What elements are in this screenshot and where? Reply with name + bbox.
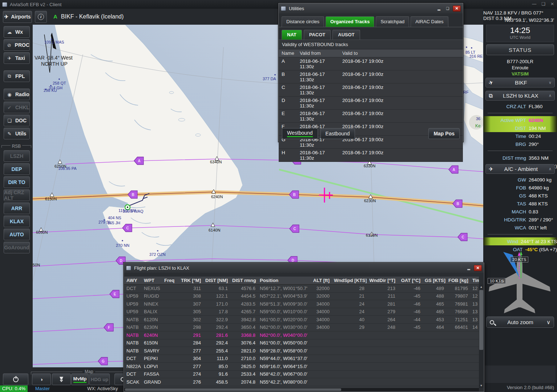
taxi-icon: ✈ bbox=[7, 56, 12, 61]
toolbar-radio-button[interactable]: ◉Radio bbox=[4, 89, 30, 100]
toolbar-utils-button[interactable]: ✎Utils bbox=[4, 128, 30, 139]
flight-plan-row-ninex[interactable]: UP59NINEX307171.04283.5N58°51.3', W009°3… bbox=[124, 300, 479, 308]
north-up-label: NORTH UP bbox=[41, 61, 68, 67]
chevron-up-icon: ∧ bbox=[549, 93, 552, 98]
flight-plan-row-6150n[interactable]: NATB6150N284292.43076.4N61°00.0', W050°0… bbox=[124, 339, 479, 347]
svg-text:A: A bbox=[452, 168, 455, 172]
left-toolbar: ☁Wx⊘PROC✈Taxi⧉FPL◉Radio✔CHKL❏DOC✎Utils R… bbox=[0, 25, 33, 367]
track-row-A[interactable]: A2018-06-17 11:30z2018-06-17 19:00z bbox=[279, 57, 463, 70]
svg-text:C: C bbox=[461, 235, 464, 239]
toolbar-wx-button[interactable]: ☁Wx bbox=[4, 26, 30, 38]
window-close-button[interactable]: ✕ bbox=[550, 1, 554, 7]
master-label: Master bbox=[35, 386, 50, 391]
subtab-ausot[interactable]: AUSOT bbox=[332, 30, 360, 40]
brightness-button[interactable]: ◑ bbox=[32, 373, 51, 385]
map-pos-button[interactable]: Map Pos bbox=[428, 128, 460, 139]
departure-airport-selector[interactable]: ✈ BIKF ∨ bbox=[485, 78, 555, 87]
tab-scratchpad[interactable]: Scratchpad bbox=[376, 16, 409, 27]
flight-plan-row-savry[interactable]: NATBSAVRY277255.42821.0N59°28.0', W058°0… bbox=[124, 347, 479, 355]
map-label-6130n: 6130N bbox=[366, 233, 378, 237]
flight-plan-row-nexus[interactable]: DCTNEXUS31163.14576.6N56°12.7', W001°50.… bbox=[124, 285, 479, 293]
subtab-pacot[interactable]: PACOT bbox=[304, 30, 331, 40]
tab-distance-circles[interactable]: Distance circles bbox=[282, 16, 324, 27]
flight-plan-row-fassa[interactable]: DCTFASSA27491.62533.4N58°42.0', W067°00.… bbox=[124, 370, 479, 378]
track-row-H[interactable]: H2018-06-17 11:30z2018-06-17 19:00z bbox=[279, 149, 463, 162]
flight-plan-row-balix[interactable]: UP59BALIX30517.84265.7N59°00.0', W010°00… bbox=[124, 308, 479, 316]
scrollbar-thumb[interactable] bbox=[125, 388, 341, 391]
right-sidebar: NAV 112.8 KFV / BRG 077° DIST 0.3 NM N63… bbox=[483, 9, 557, 392]
map-label-6140n: 6140N bbox=[209, 228, 220, 232]
subtab-nat[interactable]: NAT bbox=[282, 30, 302, 40]
toolbar-taxi-button[interactable]: ✈Taxi bbox=[4, 52, 30, 64]
window-minimize-button[interactable]: — bbox=[532, 1, 536, 7]
tab-organized-tracks[interactable]: Organized Tracks bbox=[326, 16, 374, 27]
flight-plan-row-6120n[interactable]: NATB6120N302322.93942.8N61°00.0', W020°0… bbox=[124, 316, 479, 324]
tracks-validity-caption: Validity of WESTBOUND tracks bbox=[279, 40, 463, 49]
status-button[interactable]: STATUS bbox=[486, 44, 554, 55]
rsb-klax-button[interactable]: KLAX bbox=[4, 216, 30, 227]
chkl-icon: ✔ bbox=[7, 105, 12, 110]
map-label-6150n: 6150N bbox=[45, 197, 57, 201]
track-row-E[interactable]: E2018-06-17 11:30z2018-06-17 19:00z bbox=[279, 110, 463, 123]
utilities-title-bar[interactable]: Utilities ▂ ❏ ✕ bbox=[279, 3, 463, 13]
track-row-B[interactable]: B2018-06-17 11:30z2018-06-17 19:00z bbox=[279, 70, 463, 83]
track-row-C[interactable]: C2018-06-17 11:30z2018-06-17 19:00z bbox=[279, 83, 463, 97]
shutdown-button[interactable] bbox=[3, 373, 28, 385]
map-label-359-5-waq: 359.5 WAQ bbox=[123, 209, 144, 213]
map-light-button[interactable] bbox=[52, 373, 71, 385]
rsb-arr-button[interactable]: ARR bbox=[4, 203, 30, 214]
column-header-fob-kg: FOB [kg] bbox=[446, 277, 470, 285]
flight-plan-row-6230n[interactable]: NATB6230N298292.43650.4N62°00.0', W030°0… bbox=[124, 323, 479, 331]
flight-plan-row-grand[interactable]: SCAKGRAND276458.52074.8N55°42.2', W080°0… bbox=[124, 378, 479, 386]
flight-plan-row-rugid[interactable]: UP59RUGID308122.14454.5N57°22.1', W004°5… bbox=[124, 292, 479, 300]
close-button[interactable]: ✕ bbox=[453, 5, 461, 12]
rsb-dep-button[interactable]: DEP bbox=[4, 163, 30, 175]
ambient-info-mach: MACH0.83 bbox=[483, 208, 557, 216]
chevron-up-icon: ∧ bbox=[549, 167, 552, 171]
weather-source-label: WX: ActiveSky bbox=[87, 386, 118, 391]
power-icon bbox=[13, 377, 19, 382]
toolbar-proc-button[interactable]: ⊘PROC bbox=[4, 39, 30, 51]
map-label-316-re: 316 RE bbox=[469, 54, 483, 58]
window-restore-button[interactable]: ❏ bbox=[541, 1, 545, 7]
scroll-up-arrow[interactable]: ▲ bbox=[479, 285, 484, 289]
eastbound-button[interactable]: Eastbound bbox=[320, 128, 355, 139]
version-label: Version 2.0 (build #68) bbox=[507, 385, 554, 390]
route-section-header[interactable]: ⧉ LSZH to KLAX ∧ bbox=[485, 91, 555, 101]
toolbar-doc-button[interactable]: ❏DOC bbox=[4, 115, 30, 126]
variation-label: VAR -18.4° West bbox=[35, 55, 73, 61]
auto-zoom-selector[interactable]: Auto zoom ∨ bbox=[486, 317, 554, 328]
map-label-404-ns: 404 NS bbox=[108, 216, 121, 220]
toolbar-fpl-button[interactable]: ⧉FPL bbox=[4, 70, 30, 82]
airport-info-button[interactable]: i bbox=[35, 11, 47, 23]
minimize-button[interactable]: ▂ bbox=[435, 6, 443, 11]
maximize-button[interactable]: ❏ bbox=[444, 6, 451, 11]
close-button[interactable]: ✕ bbox=[474, 265, 482, 271]
minimize-button[interactable]: ▂ bbox=[465, 265, 472, 271]
airplane-icon: ✈ bbox=[4, 14, 8, 20]
track-row-D[interactable]: D2018-06-17 11:30z2018-06-17 19:00z bbox=[279, 97, 463, 110]
flight-plan-row-6240n[interactable]: NATB6240N291281.63368.8N62°00.0', W040°0… bbox=[124, 331, 479, 339]
rsb-auto-button[interactable]: AUTO bbox=[4, 229, 30, 240]
flight-plan-row-lopvi[interactable]: N822ALOPVI27785.02625.0N59°16.0', W064°1… bbox=[124, 363, 479, 371]
ambient-section-header[interactable]: ✈ A/C - Ambient ∧ bbox=[485, 164, 555, 174]
westbound-button[interactable]: Westbound bbox=[282, 128, 318, 139]
tab-airac-dates[interactable]: AIRAC Dates bbox=[411, 16, 448, 27]
map-label-6330n: 6330N bbox=[364, 164, 375, 168]
horizontal-scrollbar[interactable] bbox=[124, 388, 479, 391]
airports-button[interactable]: ✈ Airports bbox=[3, 11, 32, 23]
flight-plan-row-pepki[interactable]: DCTPEPKI304111.02710.0N59°44.0', W061°37… bbox=[124, 355, 479, 363]
scroll-down-arrow[interactable]: ▼ bbox=[479, 383, 484, 388]
airport-title: BIKF - Keflavik (Iceland) bbox=[61, 13, 124, 20]
flight-phase-label: Enroute bbox=[483, 65, 557, 70]
flight-plan-title-bar[interactable]: Flight plan: LSZH to KLAX ▂ ✕ bbox=[124, 263, 484, 273]
stand-letter-badge: A bbox=[53, 13, 57, 20]
map-label-372-ozn: 372 OZN bbox=[149, 252, 166, 257]
vertical-scrollbar[interactable]: ▲ ▼ bbox=[479, 285, 484, 388]
flight-plan-table[interactable]: AWYWPTFreqTRK [°M]DIST [NM]DIST rmngPosi… bbox=[124, 277, 479, 388]
map-label-109-1-mas: 109.1 MAS bbox=[44, 40, 64, 44]
scrollbar-thumb[interactable] bbox=[479, 290, 483, 350]
map-label-ke: Ke bbox=[475, 123, 481, 128]
mvmp-button[interactable]: MvMp bbox=[71, 373, 89, 385]
rsb-dir-to-button[interactable]: DIR TO bbox=[4, 176, 30, 188]
